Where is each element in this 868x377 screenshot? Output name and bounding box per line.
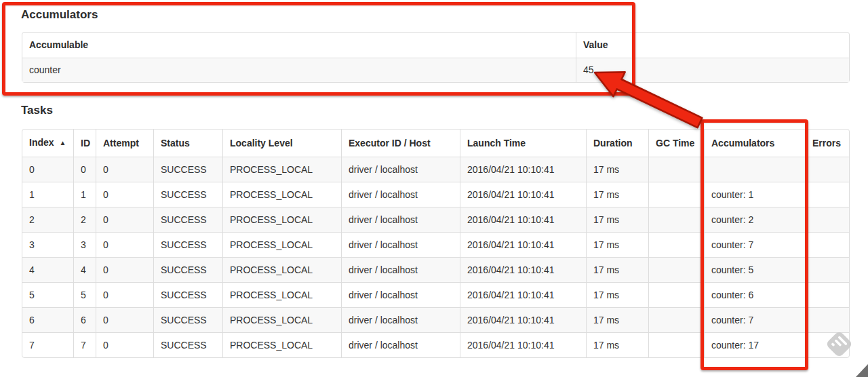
- cell-launch-time: 2016/04/21 10:10:41: [460, 182, 586, 207]
- cell-errors: [805, 332, 849, 357]
- accumulator-row: counter 45: [22, 58, 849, 82]
- cell-gc-time: [648, 332, 704, 357]
- cell-accumulators: counter: 2: [704, 207, 805, 232]
- column-header-launch-time[interactable]: Launch Time: [460, 130, 586, 157]
- cell-gc-time: [648, 307, 704, 332]
- cell-attempt: 0: [96, 182, 153, 207]
- cell-executor-id-host: driver / localhost: [341, 207, 460, 232]
- spark-stage-detail-page: Accumulators Accumulable Value counter 4…: [0, 0, 868, 377]
- cell-locality-level: PROCESS_LOCAL: [222, 332, 341, 357]
- cell-executor-id-host: driver / localhost: [341, 232, 460, 257]
- column-header-errors[interactable]: Errors: [805, 130, 849, 157]
- cell-accumulators: counter: 5: [704, 257, 805, 282]
- cell-status: SUCCESS: [153, 157, 222, 182]
- column-header-duration[interactable]: Duration: [586, 130, 648, 157]
- cell-gc-time: [648, 182, 704, 207]
- column-header-index-label: Index: [29, 137, 54, 148]
- cell-status: SUCCESS: [153, 232, 222, 257]
- cell-index: 2: [22, 207, 73, 232]
- cell-duration: 17 ms: [586, 257, 648, 282]
- cell-gc-time: [648, 207, 704, 232]
- cell-locality-level: PROCESS_LOCAL: [222, 232, 341, 257]
- cell-attempt: 0: [96, 282, 153, 307]
- accumulators-section-title: Accumulators: [21, 8, 98, 22]
- column-header-status[interactable]: Status: [153, 130, 222, 157]
- cell-id: 5: [73, 282, 96, 307]
- cell-id: 3: [73, 232, 96, 257]
- cell-executor-id-host: driver / localhost: [341, 157, 460, 182]
- column-header-id[interactable]: ID: [73, 130, 96, 157]
- task-row: 3 3 0 SUCCESS PROCESS_LOCAL driver / loc…: [22, 232, 849, 257]
- cell-accumulators: counter: 17: [704, 332, 805, 357]
- cell-duration: 17 ms: [586, 332, 648, 357]
- column-header-attempt[interactable]: Attempt: [96, 130, 153, 157]
- cell-duration: 17 ms: [586, 307, 648, 332]
- cell-errors: [805, 157, 849, 182]
- cell-launch-time: 2016/04/21 10:10:41: [460, 332, 586, 357]
- column-header-accumulators[interactable]: Accumulators: [704, 130, 805, 157]
- cell-id: 2: [73, 207, 96, 232]
- cell-errors: [805, 182, 849, 207]
- cursor-corner-icon: [856, 364, 868, 377]
- cell-value: 45: [576, 58, 849, 82]
- cell-gc-time: [648, 232, 704, 257]
- task-row: 7 7 0 SUCCESS PROCESS_LOCAL driver / loc…: [22, 332, 849, 357]
- cell-index: 6: [22, 307, 73, 332]
- cell-executor-id-host: driver / localhost: [341, 257, 460, 282]
- cell-locality-level: PROCESS_LOCAL: [222, 257, 341, 282]
- column-header-executor-id-host[interactable]: Executor ID / Host: [341, 130, 460, 157]
- cell-duration: 17 ms: [586, 182, 648, 207]
- cell-executor-id-host: driver / localhost: [341, 332, 460, 357]
- cell-attempt: 0: [96, 332, 153, 357]
- column-header-value[interactable]: Value: [576, 33, 849, 58]
- cell-duration: 17 ms: [586, 157, 648, 182]
- cell-attempt: 0: [96, 257, 153, 282]
- cell-id: 1: [73, 182, 96, 207]
- cell-index: 1: [22, 182, 73, 207]
- cell-attempt: 0: [96, 207, 153, 232]
- tasks-table: Index▲ ID Attempt Status Locality Level …: [22, 129, 850, 358]
- column-header-accumulable[interactable]: Accumulable: [22, 33, 576, 58]
- task-row: 1 1 0 SUCCESS PROCESS_LOCAL driver / loc…: [22, 182, 849, 207]
- cell-id: 6: [73, 307, 96, 332]
- cell-errors: [805, 257, 849, 282]
- sort-ascending-icon: ▲: [60, 139, 66, 146]
- cell-status: SUCCESS: [153, 307, 222, 332]
- cell-status: SUCCESS: [153, 257, 222, 282]
- cell-launch-time: 2016/04/21 10:10:41: [460, 257, 586, 282]
- cell-attempt: 0: [96, 232, 153, 257]
- cell-locality-level: PROCESS_LOCAL: [222, 182, 341, 207]
- cell-errors: [805, 282, 849, 307]
- cell-index: 3: [22, 232, 73, 257]
- cell-accumulators: counter: 1: [704, 182, 805, 207]
- cell-launch-time: 2016/04/21 10:10:41: [460, 232, 586, 257]
- column-header-locality-level[interactable]: Locality Level: [222, 130, 341, 157]
- cell-launch-time: 2016/04/21 10:10:41: [460, 307, 586, 332]
- cell-launch-time: 2016/04/21 10:10:41: [460, 207, 586, 232]
- cell-id: 0: [73, 157, 96, 182]
- cell-status: SUCCESS: [153, 207, 222, 232]
- cell-status: SUCCESS: [153, 332, 222, 357]
- cell-accumulators: [704, 157, 805, 182]
- column-header-index[interactable]: Index▲: [22, 130, 73, 157]
- tasks-header-row: Index▲ ID Attempt Status Locality Level …: [22, 130, 849, 157]
- column-header-gc-time[interactable]: GC Time: [648, 130, 704, 157]
- cell-index: 0: [22, 157, 73, 182]
- cell-locality-level: PROCESS_LOCAL: [222, 307, 341, 332]
- task-row: 5 5 0 SUCCESS PROCESS_LOCAL driver / loc…: [22, 282, 849, 307]
- task-row: 4 4 0 SUCCESS PROCESS_LOCAL driver / loc…: [22, 257, 849, 282]
- cell-errors: [805, 207, 849, 232]
- cell-duration: 17 ms: [586, 207, 648, 232]
- cell-launch-time: 2016/04/21 10:10:41: [460, 157, 586, 182]
- cell-errors: [805, 232, 849, 257]
- task-row: 2 2 0 SUCCESS PROCESS_LOCAL driver / loc…: [22, 207, 849, 232]
- task-row: 6 6 0 SUCCESS PROCESS_LOCAL driver / loc…: [22, 307, 849, 332]
- cell-index: 4: [22, 257, 73, 282]
- cell-index: 5: [22, 282, 73, 307]
- cell-duration: 17 ms: [586, 282, 648, 307]
- cell-accumulators: counter: 7: [704, 307, 805, 332]
- cell-attempt: 0: [96, 307, 153, 332]
- cell-locality-level: PROCESS_LOCAL: [222, 157, 341, 182]
- cell-gc-time: [648, 157, 704, 182]
- cell-launch-time: 2016/04/21 10:10:41: [460, 282, 586, 307]
